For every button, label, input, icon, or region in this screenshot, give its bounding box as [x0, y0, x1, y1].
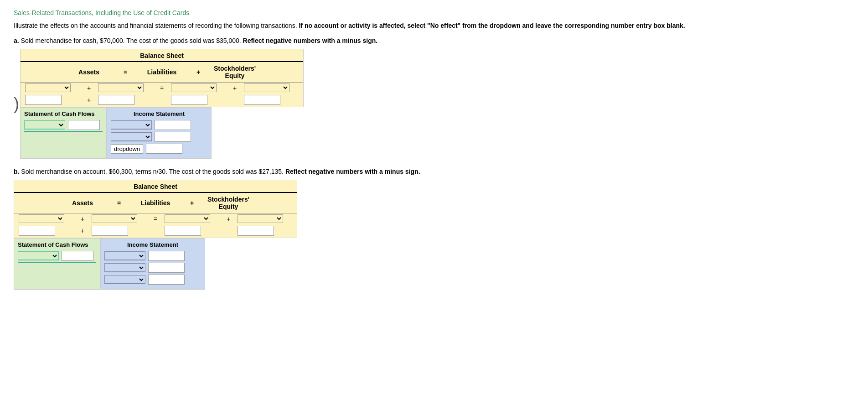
- bs-assets-input-cell2-a: [98, 95, 153, 105]
- income-row2-a: No effect: [111, 132, 207, 142]
- inc-select3-b[interactable]: No effect: [104, 275, 145, 284]
- bs-plus-op2-a: +: [226, 84, 244, 92]
- bottom-panels-b: Statement of Cash Flows No effect Operat…: [14, 238, 297, 290]
- income-section-b: Income Statement No effect No effect: [100, 238, 205, 290]
- bs-liabilities-select-a[interactable]: No effect: [171, 83, 217, 92]
- page-title: Sales-Related Transactions, Including th…: [14, 9, 854, 16]
- bs-assets-input2-a[interactable]: [98, 95, 134, 105]
- bs-input-row-a: +: [21, 93, 303, 107]
- bs-assets-input-b[interactable]: [19, 226, 55, 236]
- inc-input1-a[interactable]: [155, 120, 191, 130]
- bs-liabilities-input-a[interactable]: [171, 95, 207, 105]
- inc-input3-b[interactable]: [148, 275, 185, 285]
- question-b-label: b. Sold merchandise on account, $60,300,…: [14, 168, 854, 175]
- scf-select-b[interactable]: No effect Operating Investing Financing: [18, 251, 59, 260]
- bs-liabilities-header-a: Liabilities: [134, 68, 189, 76]
- scf-input-a[interactable]: [68, 120, 100, 130]
- bs-liabilities-select-b[interactable]: No effect: [165, 214, 210, 223]
- bs-assets-input2-b[interactable]: [92, 226, 128, 236]
- dropdown-label-a: dropdown: [111, 144, 143, 154]
- bs-assets-input-cell-a: [25, 95, 80, 105]
- bs-plus-op-a: +: [80, 84, 98, 92]
- question-b-section: Balance Sheet Assets = Liabilities + Sto…: [14, 180, 854, 290]
- bs-assets-input-a[interactable]: [25, 95, 62, 105]
- bs-liabilities-dropdown-b[interactable]: No effect: [165, 214, 219, 223]
- bracket-a: ): [14, 96, 19, 112]
- bs-input-row-b: +: [14, 224, 297, 238]
- bs-assets-dropdown-a[interactable]: No effect: [25, 83, 80, 92]
- bs-plus-a: +: [189, 68, 207, 76]
- inc-select2-b[interactable]: No effect: [104, 263, 145, 272]
- bs-dropdown-row-b: No effect + No effect = No effect: [14, 213, 297, 224]
- bs-equity-input-cell-a: [244, 95, 299, 105]
- bs-eq-op-b: =: [146, 215, 165, 223]
- bs-equity-input-a[interactable]: [244, 95, 280, 105]
- bs-eq-a: =: [116, 68, 134, 76]
- bs-assets-input-cell-b: [19, 226, 73, 236]
- bs-assets-select2-a[interactable]: No effect: [98, 83, 144, 92]
- inc-input2-a[interactable]: [155, 132, 191, 142]
- inc-input1-b[interactable]: [148, 251, 185, 261]
- bs-liabilities-dropdown-a[interactable]: No effect: [171, 83, 226, 92]
- scf-section-b: Statement of Cash Flows No effect Operat…: [14, 238, 100, 290]
- income-row1-a: No effect: [111, 120, 207, 130]
- bs-liabilities-input-cell-b: [165, 226, 219, 236]
- question-a-label: a. Sold merchandise for cash, $70,000. T…: [14, 37, 854, 44]
- bs-title-a: Balance Sheet: [21, 49, 303, 62]
- bs-equity-header-b: Stockholders'Equity: [201, 196, 256, 210]
- bs-liabilities-input-b[interactable]: [165, 226, 201, 236]
- bs-assets-input-cell2-b: [92, 226, 146, 236]
- income-row1-b: No effect: [104, 251, 201, 261]
- bs-assets-select-b[interactable]: No effect: [19, 214, 64, 223]
- bs-plus-op2-b: +: [219, 215, 238, 223]
- balance-sheet-a: Balance Sheet Assets = Liabilities + Sto…: [20, 49, 304, 107]
- bottom-panels-a: Statement of Cash Flows No effect Operat…: [20, 107, 304, 159]
- instructions: Illustrate the effects on the accounts a…: [14, 21, 854, 31]
- bs-equity-input-b[interactable]: [238, 226, 274, 236]
- bs-title-b: Balance Sheet: [14, 180, 297, 193]
- income-title-a: Income Statement: [111, 110, 207, 117]
- income-row2-b: No effect: [104, 263, 201, 273]
- scf-section-a: Statement of Cash Flows No effect Operat…: [20, 107, 107, 159]
- bs-assets-select2-b[interactable]: No effect: [92, 214, 137, 223]
- scf-row-a: No effect Operating Investing Financing: [24, 120, 103, 132]
- bs-equity-select-a[interactable]: No effect: [244, 83, 289, 92]
- question-a-section: ) Balance Sheet Assets = Liabilities + S…: [14, 49, 854, 159]
- bs-equity-dropdown-a[interactable]: No effect: [244, 83, 299, 92]
- inc-input3-a[interactable]: [146, 144, 182, 154]
- scf-title-a: Statement of Cash Flows: [24, 110, 103, 117]
- bs-dropdown-row-a: No effect + No effect = No effect: [21, 83, 303, 93]
- scf-row-b: No effect Operating Investing Financing: [18, 251, 96, 263]
- bs-equity-input-cell-b: [238, 226, 292, 236]
- bs-liabilities-input-cell-a: [171, 95, 226, 105]
- balance-sheet-b: Balance Sheet Assets = Liabilities + Sto…: [14, 180, 297, 238]
- scf-input-b[interactable]: [62, 251, 93, 261]
- inc-input2-b[interactable]: [148, 263, 185, 273]
- question-a-left-panel: Balance Sheet Assets = Liabilities + Sto…: [20, 49, 304, 159]
- inc-select2-a[interactable]: No effect: [111, 132, 152, 141]
- bs-assets-select-a[interactable]: No effect: [25, 83, 71, 92]
- bs-assets-header-b: Assets: [55, 199, 110, 207]
- inc-select1-a[interactable]: No effect: [111, 120, 152, 130]
- bs-equity-select-b[interactable]: No effect: [238, 214, 283, 223]
- bs-headers-a: Assets = Liabilities + Stockholders'Equi…: [21, 62, 303, 83]
- bs-liabilities-header-b: Liabilities: [128, 199, 183, 207]
- bs-equity-dropdown-b[interactable]: No effect: [238, 214, 292, 223]
- income-row3-a: dropdown: [111, 144, 207, 154]
- bs-assets-header-a: Assets: [62, 68, 116, 76]
- bs-assets-dropdown-b[interactable]: No effect: [19, 214, 73, 223]
- bs-equity-header-a: Stockholders'Equity: [207, 65, 262, 79]
- scf-select-a[interactable]: No effect Operating Investing Financing: [24, 120, 65, 130]
- inc-select1-b[interactable]: No effect: [104, 251, 145, 260]
- bs-plus-op3-a: +: [80, 96, 98, 104]
- bs-plus-op3-b: +: [73, 227, 92, 234]
- bs-eq-op2-a: =: [153, 84, 171, 92]
- income-section-a: Income Statement No effect No effect: [107, 107, 212, 159]
- bs-assets-dropdown2-b[interactable]: No effect: [92, 214, 146, 223]
- bs-eq-b: =: [110, 199, 128, 207]
- bs-eq-op-a: No effect: [98, 83, 153, 92]
- bs-plus-op-b: +: [73, 215, 92, 223]
- question-b-left-panel: Balance Sheet Assets = Liabilities + Sto…: [14, 180, 297, 290]
- scf-title-b: Statement of Cash Flows: [18, 241, 96, 248]
- income-row3-b: No effect: [104, 275, 201, 285]
